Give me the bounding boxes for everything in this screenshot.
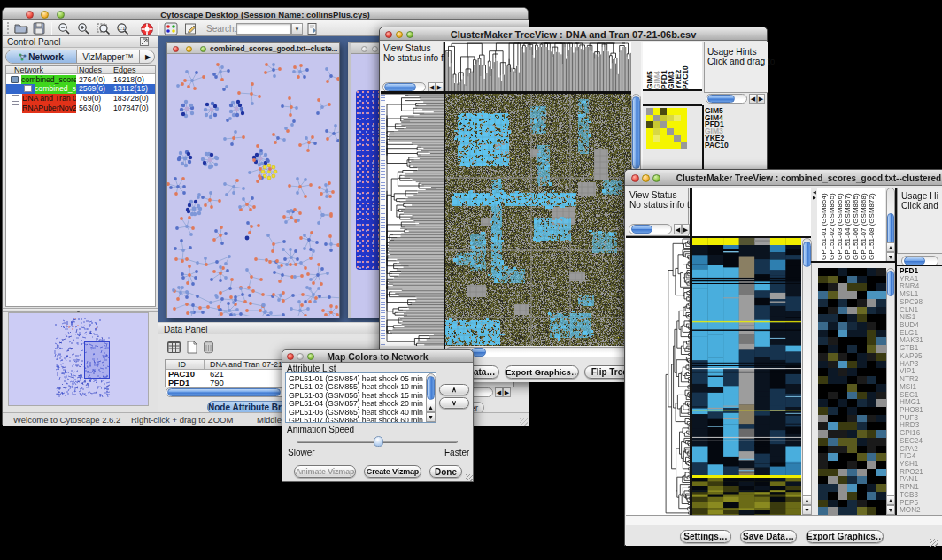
animate-vizmap-button[interactable]: Animate Vizmap <box>294 465 356 478</box>
network-window-1-canvas[interactable] <box>167 54 339 318</box>
treeview2-minimize-button[interactable] <box>642 174 650 182</box>
treeview1-heatmap[interactable] <box>445 94 631 346</box>
overview-viewport-rect[interactable] <box>84 341 110 379</box>
move-up-button[interactable]: ∧ <box>439 384 469 395</box>
treeview2-close-button[interactable] <box>631 174 639 182</box>
network-window-1-close-button[interactable] <box>173 46 179 52</box>
window-resize-grip[interactable] <box>520 418 528 426</box>
treeview2-zoom-vscrollbar-up-arrow[interactable]: ▲ <box>886 495 895 505</box>
treeview2-heatmap-vscrollbar-up-arrow[interactable]: ▲ <box>802 495 812 505</box>
network-window-2-minimize-button[interactable] <box>372 46 378 52</box>
attr-value-cell[interactable]: 790 <box>210 379 224 387</box>
zoom-actual-size-icon[interactable]: 1:1 <box>116 22 129 35</box>
data-panel-scrollbar-left-arrow[interactable]: ◀ <box>495 387 503 397</box>
network-table-row[interactable]: combined_sco2569(6)13112(15) <box>6 84 155 94</box>
tv2-zoom-cell <box>867 476 876 484</box>
data-panel-scrollbar-thumb[interactable] <box>167 388 281 396</box>
treeview2-zoom-heatmap[interactable] <box>818 268 886 515</box>
vizmapper-icon[interactable] <box>164 22 178 35</box>
done-button[interactable]: Done <box>429 465 462 478</box>
search-dropdown-button[interactable]: ▼ <box>291 23 303 35</box>
treeview1-hints-scrollbar[interactable] <box>706 94 747 104</box>
treeview2-heatmap[interactable] <box>692 238 801 515</box>
settings-button[interactable]: Settings… <box>680 530 731 543</box>
treeview2-heatmap-vscrollbar[interactable] <box>802 238 812 515</box>
zoom-out-icon[interactable] <box>58 22 71 35</box>
tv2-zoom-cell <box>818 299 828 307</box>
col-header-edges[interactable]: Edges <box>113 65 136 74</box>
tv2-zoom-cell <box>867 283 876 291</box>
treeview1-titlebar[interactable]: ClusterMaker TreeView : DNA and Tran 07-… <box>380 27 767 41</box>
attribute-list-scrollbar-up-arrow[interactable]: ▲ <box>426 403 436 412</box>
col-header-network[interactable]: Network <box>14 65 43 74</box>
map-dialog-titlebar[interactable]: Map Colors to Network <box>282 350 473 363</box>
search-input[interactable] <box>236 23 291 35</box>
attr-id-cell[interactable]: PFD1 <box>168 379 189 387</box>
treeview2-titlebar[interactable]: ClusterMaker TreeView : combined_scores_… <box>625 170 942 186</box>
window-resize-grip[interactable] <box>930 539 938 547</box>
col-header-nodes[interactable]: Nodes <box>79 65 102 74</box>
treeview2-zoom-button[interactable] <box>652 174 660 182</box>
zoom-in-icon[interactable] <box>77 22 90 35</box>
attr-col-id[interactable]: ID <box>178 360 186 369</box>
treeview2-status-scrollbar-left-arrow[interactable]: ◀ <box>674 224 682 234</box>
treeview2-status-scrollbar[interactable] <box>629 224 672 234</box>
treeview1-zoom-heatmap[interactable] <box>646 108 687 149</box>
treeview2-zoom-vscrollbar[interactable] <box>886 268 895 515</box>
move-down-button[interactable]: ∨ <box>439 397 469 409</box>
treeview2-zoom-vscrollbar-down-arrow[interactable]: ▼ <box>886 505 895 515</box>
import-icon[interactable] <box>306 22 320 35</box>
tab-overflow-button[interactable]: ▶ <box>139 50 155 64</box>
treeview2-gene-dendrogram[interactable] <box>626 238 691 515</box>
cytoscape-titlebar[interactable]: Cytoscape Desktop (Session Name: collins… <box>3 8 528 20</box>
network-table-row[interactable]: RNAPuberNov2+N563(0)107847(0) <box>6 104 155 113</box>
treeview2-status-scrollbar-thumb[interactable] <box>631 225 652 234</box>
treeview2-heatmap-vscrollbar-down-arrow[interactable]: ▼ <box>802 505 812 515</box>
export-graphics-button[interactable]: Export Graphics… <box>505 365 579 379</box>
attribute-list-scrollbar-thumb[interactable] <box>427 376 435 400</box>
save-icon[interactable] <box>33 22 45 35</box>
treeview1-status-scrollbar-thumb[interactable] <box>384 83 416 91</box>
treeview2-heatmap-vscrollbar-thumb[interactable] <box>803 242 811 267</box>
table-mode-icon[interactable] <box>166 341 181 354</box>
toolbar-drag-handle[interactable] <box>7 22 10 34</box>
dialog-resize-grip[interactable] <box>466 474 473 481</box>
treeview2-status-scrollbar-right-arrow[interactable]: ▶ <box>682 224 690 234</box>
network-table-row[interactable]: DNA and Tran 07769(0)183728(0) <box>6 94 155 104</box>
attribute-list-item[interactable]: GPL51-07 (GSM868) heat shock 60 min <box>289 416 423 423</box>
network-overview-icon[interactable] <box>140 22 154 36</box>
tv2-zoom-cell <box>838 322 847 330</box>
treeview2-labels-vscrollbar-thumb[interactable] <box>887 213 894 245</box>
treeview1-gene-dendrogram[interactable] <box>385 95 444 346</box>
treeview2-labels-vscrollbar-up-arrow[interactable]: ▲ <box>886 242 895 252</box>
treeview1-heatmap-vscrollbar-thumb[interactable] <box>632 96 640 169</box>
treeview1-hints-scrollbar-left-arrow[interactable]: ◀ <box>749 94 757 104</box>
network-window-2-close-button[interactable] <box>361 46 367 52</box>
open-folder-icon[interactable] <box>14 22 28 35</box>
save-data-button[interactable]: Save Data… <box>740 530 797 543</box>
network-overview-panel[interactable] <box>8 312 149 406</box>
new-attribute-icon[interactable] <box>185 341 198 354</box>
network-window-1-minimize-button[interactable] <box>186 46 192 52</box>
treeview1-hints-scrollbar-thumb[interactable] <box>707 95 735 103</box>
treeview2-zoom-vscrollbar-thumb[interactable] <box>887 271 894 296</box>
treeview1-hints-scrollbar-right-arrow[interactable]: ▶ <box>757 94 765 104</box>
create-vizmap-button[interactable]: Create Vizmap <box>364 465 421 478</box>
svg-text:1:1: 1:1 <box>119 26 126 31</box>
attribute-list-scrollbar-down-arrow[interactable]: ▼ <box>426 412 436 422</box>
speed-slider-thumb[interactable] <box>374 436 383 447</box>
tab-network[interactable]: Network <box>6 50 77 64</box>
network-window-1[interactable]: combined_scores_good.txt--cluste... <box>166 42 340 318</box>
attribute-list[interactable]: GPL51-01 (GSM854) heat shock 05 minGPL51… <box>285 372 436 423</box>
tab-vizmapper[interactable]: VizMapper™ <box>77 50 139 64</box>
treeview1-array-dendrogram[interactable] <box>445 42 631 91</box>
delete-attribute-icon[interactable] <box>202 341 215 354</box>
network-window-1-titlebar[interactable]: combined_scores_good.txt--cluste... <box>167 43 339 54</box>
network-window-1-zoom-button[interactable] <box>200 46 206 52</box>
float-panel-icon[interactable] <box>140 37 149 46</box>
zoom-selected-icon[interactable] <box>97 22 111 35</box>
annotation-icon[interactable] <box>184 22 198 35</box>
data-panel-scrollbar-right-arrow[interactable]: ▶ <box>503 387 511 397</box>
export-graphics-button[interactable]: Export Graphics… <box>806 530 884 543</box>
network-table-row[interactable]: combined_scores_2764(0)16218(0) <box>6 75 155 85</box>
